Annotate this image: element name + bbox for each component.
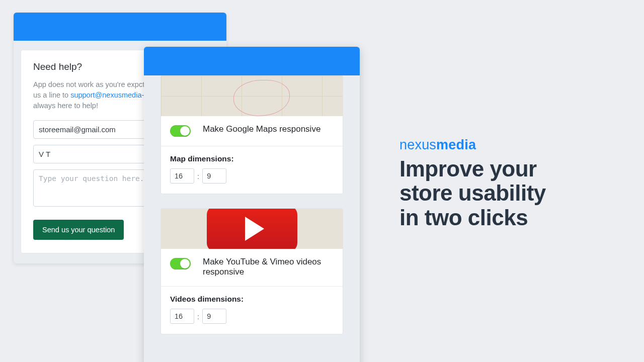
ratio-colon: : xyxy=(197,172,199,180)
videos-toggle-label: Make YouTube & Vimeo videos responsive xyxy=(203,257,334,277)
map-dimensions-inputs: : xyxy=(170,168,334,184)
videos-height-input[interactable] xyxy=(202,309,226,324)
settings-window-titlebar xyxy=(144,47,360,75)
map-height-input[interactable] xyxy=(202,168,226,184)
tagline-line2: store usability xyxy=(399,181,591,205)
map-dimensions-section: Map dimensions: : xyxy=(161,146,343,194)
map-preview xyxy=(161,76,343,116)
videos-dimensions-label: Videos dimensions: xyxy=(170,295,334,304)
brand-part2: media xyxy=(436,137,476,152)
map-dimensions-label: Map dimensions: xyxy=(170,154,334,163)
send-question-button[interactable]: Send us your question xyxy=(33,220,124,240)
maps-card: Make Google Maps responsive Map dimensio… xyxy=(160,75,343,194)
videos-card: Make YouTube & Vimeo videos responsive V… xyxy=(160,208,343,334)
tagline-line1: Improve your xyxy=(399,157,591,181)
maps-toggle-row: Make Google Maps responsive xyxy=(161,116,343,146)
tagline: Improve your store usability in two clic… xyxy=(399,157,591,230)
videos-responsive-toggle[interactable] xyxy=(170,258,191,269)
brand-logo: nexusmedia xyxy=(399,137,591,153)
video-preview xyxy=(161,209,343,249)
help-window-titlebar xyxy=(14,13,226,41)
maps-responsive-toggle[interactable] xyxy=(170,125,191,137)
settings-window: Make Google Maps responsive Map dimensio… xyxy=(144,47,360,362)
videos-toggle-row: Make YouTube & Vimeo videos responsive xyxy=(161,249,343,286)
settings-body: Make Google Maps responsive Map dimensio… xyxy=(144,75,360,334)
videos-dimensions-section: Videos dimensions: : xyxy=(161,287,343,334)
tagline-line3: in two clicks xyxy=(399,206,591,230)
videos-dimensions-inputs: : xyxy=(170,309,334,324)
maps-toggle-label: Make Google Maps responsive xyxy=(203,124,320,134)
map-width-input[interactable] xyxy=(170,168,194,184)
ratio-colon: : xyxy=(197,312,199,321)
youtube-play-icon xyxy=(207,209,297,249)
brand-part1: nexus xyxy=(399,137,436,152)
videos-width-input[interactable] xyxy=(170,309,194,324)
marketing-copy: nexusmedia Improve your store usability … xyxy=(399,137,591,230)
